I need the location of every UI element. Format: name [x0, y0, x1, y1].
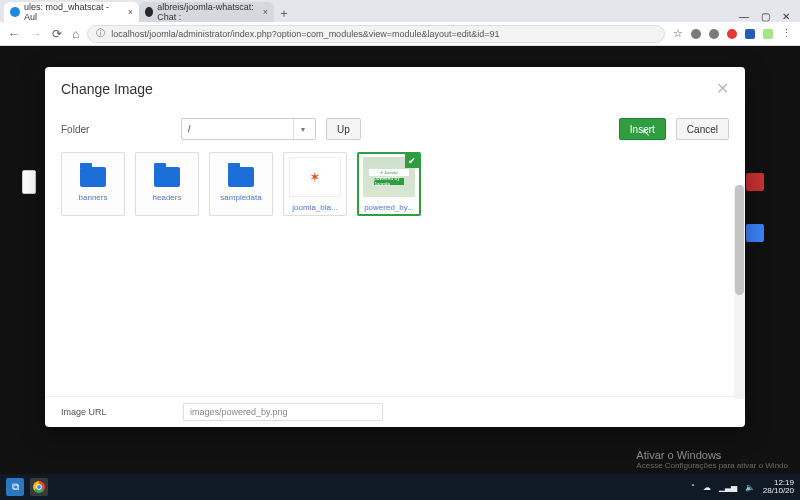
modal-scrollbar[interactable]	[734, 185, 745, 399]
site-info-icon[interactable]: ⓘ	[96, 27, 105, 40]
image-item[interactable]: ✶ joomla_bla...	[283, 152, 347, 216]
taskbar-app-chrome[interactable]	[30, 478, 48, 496]
extension-icon[interactable]	[763, 29, 773, 39]
checkmark-icon: ✔	[405, 154, 419, 168]
system-tray: ˄ ☁ ▁▃▅ 🔈 12:19 28/10/20	[691, 479, 794, 496]
tab-favicon	[145, 7, 153, 17]
folder-dropdown-value: /	[188, 124, 191, 134]
media-gallery: banners headers sampledata ✶ joomla_bla.…	[45, 148, 745, 396]
home-icon[interactable]: ⌂	[72, 27, 79, 41]
close-icon[interactable]: ×	[263, 7, 268, 17]
tab-favicon	[10, 7, 20, 17]
folder-dropdown[interactable]: / ▾	[181, 118, 316, 140]
background-ui-fragment	[746, 224, 764, 242]
address-bar[interactable]: ⓘ localhost/joomla/administrator/index.p…	[87, 25, 665, 43]
taskbar-clock[interactable]: 12:19 28/10/20	[763, 479, 794, 496]
folder-label: sampledata	[220, 193, 261, 202]
new-tab-button[interactable]: ＋	[274, 4, 294, 22]
chevron-down-icon: ▾	[293, 119, 311, 139]
browser-tab-inactive[interactable]: albreis/joomla-whatscat: Chat : ×	[139, 2, 274, 22]
scrollbar-thumb[interactable]	[735, 185, 744, 295]
folder-label: banners	[79, 193, 108, 202]
reload-icon[interactable]: ⟳	[52, 27, 62, 41]
taskbar-app-vscode[interactable]: ⧉	[6, 478, 24, 496]
extension-icon[interactable]	[691, 29, 701, 39]
up-button[interactable]: Up	[326, 118, 361, 140]
folder-label: Folder	[61, 124, 171, 135]
image-label: joomla_bla...	[292, 203, 337, 212]
browser-tab-active[interactable]: ules: mod_whatscat - Aul ×	[4, 2, 139, 22]
extension-icon[interactable]	[727, 29, 737, 39]
folder-item[interactable]: headers	[135, 152, 199, 216]
modal-title: Change Image	[61, 81, 153, 97]
windows-activation-watermark: Ativar o Windows Acesse Configurações pa…	[636, 449, 788, 470]
close-icon[interactable]: ×	[128, 7, 133, 17]
folder-item[interactable]: banners	[61, 152, 125, 216]
image-url-input[interactable]	[183, 403, 383, 421]
folder-label: headers	[153, 193, 182, 202]
extension-icon[interactable]	[745, 29, 755, 39]
forward-icon[interactable]: →	[30, 27, 42, 41]
cancel-button[interactable]: Cancel	[676, 118, 729, 140]
window-controls: — ▢ ✕	[729, 11, 800, 22]
extension-icon[interactable]	[709, 29, 719, 39]
bookmark-star-icon[interactable]: ☆	[673, 27, 683, 40]
cursor-icon: ↖	[642, 127, 650, 138]
back-icon[interactable]: ←	[8, 27, 20, 41]
folder-icon	[154, 167, 180, 187]
tab-title: albreis/joomla-whatscat: Chat :	[157, 2, 258, 22]
image-url-row: Image URL	[45, 396, 745, 427]
address-text: localhost/joomla/administrator/index.php…	[111, 29, 499, 39]
windows-taskbar: ⧉ ˄ ☁ ▁▃▅ 🔈 12:19 28/10/20	[0, 474, 800, 500]
browser-tab-strip: ules: mod_whatscat - Aul × albreis/jooml…	[0, 0, 800, 22]
change-image-modal: Change Image ✕ Folder / ▾ Up Insert ↖ Ca…	[45, 67, 745, 427]
folder-icon	[80, 167, 106, 187]
clock-date: 28/10/20	[763, 487, 794, 495]
browser-menu-icon[interactable]: ⋮	[781, 27, 792, 40]
image-thumbnail: ✶	[289, 157, 341, 197]
folder-icon	[228, 167, 254, 187]
volume-icon[interactable]: 🔈	[745, 483, 755, 492]
watermark-subtitle: Acesse Configurações para ativar o Windo	[636, 461, 788, 470]
image-label: powered_by...	[364, 203, 414, 212]
watermark-title: Ativar o Windows	[636, 449, 788, 461]
modal-close-button[interactable]: ✕	[716, 79, 729, 98]
background-ui-fragment	[22, 170, 36, 194]
image-url-label: Image URL	[61, 407, 161, 417]
tray-chevron-icon[interactable]: ˄	[691, 483, 695, 492]
cloud-icon[interactable]: ☁	[703, 483, 711, 492]
insert-button[interactable]: Insert ↖	[619, 118, 666, 140]
media-toolbar: Folder / ▾ Up Insert ↖ Cancel	[45, 108, 745, 148]
joomla-logo-icon: ✶	[309, 169, 321, 185]
background-ui-fragment	[746, 173, 764, 191]
wifi-icon[interactable]: ▁▃▅	[719, 483, 737, 492]
close-window-button[interactable]: ✕	[782, 11, 790, 22]
tab-title: ules: mod_whatscat - Aul	[24, 2, 124, 22]
minimize-button[interactable]: —	[739, 11, 749, 22]
folder-item[interactable]: sampledata	[209, 152, 273, 216]
maximize-button[interactable]: ▢	[761, 11, 770, 22]
browser-toolbar: ← → ⟳ ⌂ ⓘ localhost/joomla/administrator…	[0, 22, 800, 46]
image-item-selected[interactable]: ✔ ✶ Joomla! powered by Joomla powered_by…	[357, 152, 421, 216]
